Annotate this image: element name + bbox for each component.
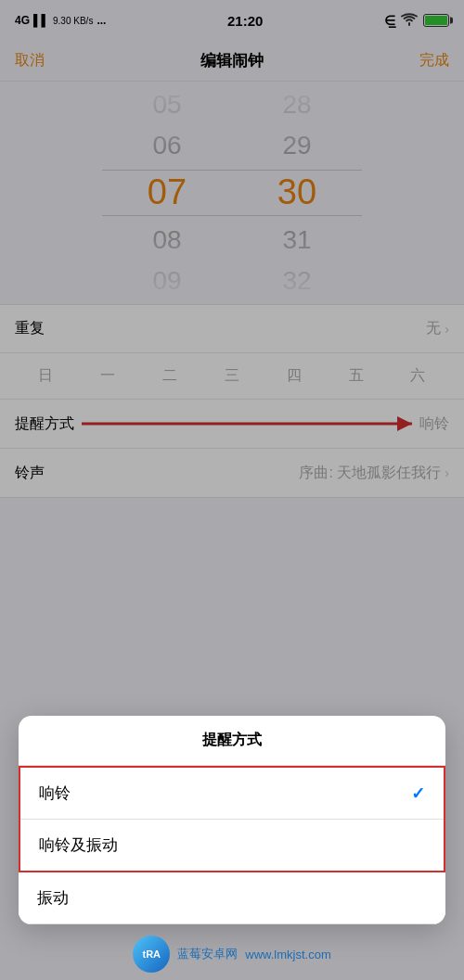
watermark-logo-text: tRA — [142, 948, 161, 960]
modal-title: 提醒方式 — [19, 716, 445, 766]
option-vibrate[interactable]: 振动 — [19, 872, 445, 924]
option-ring[interactable]: 响铃 ✓ — [20, 768, 444, 820]
modal-options-box: 响铃 ✓ 响铃及振动 — [19, 766, 445, 872]
option-ring-vibrate[interactable]: 响铃及振动 — [20, 820, 444, 871]
option-vibrate-label: 振动 — [37, 887, 69, 909]
checkmark-icon: ✓ — [411, 783, 425, 804]
watermark-logo: tRA — [133, 935, 170, 973]
modal-overlay: 提醒方式 响铃 ✓ 响铃及振动 振动 — [0, 0, 464, 980]
watermark-url: www.lmkjst.com — [245, 948, 330, 961]
option-ring-label: 响铃 — [39, 783, 71, 804]
reminder-modal: 提醒方式 响铃 ✓ 响铃及振动 振动 — [19, 716, 445, 924]
watermark-site: 蓝莓安卓网 — [177, 946, 238, 962]
option-ring-vibrate-label: 响铃及振动 — [39, 834, 118, 856]
watermark: tRA 蓝莓安卓网 www.lmkjst.com — [0, 935, 464, 973]
